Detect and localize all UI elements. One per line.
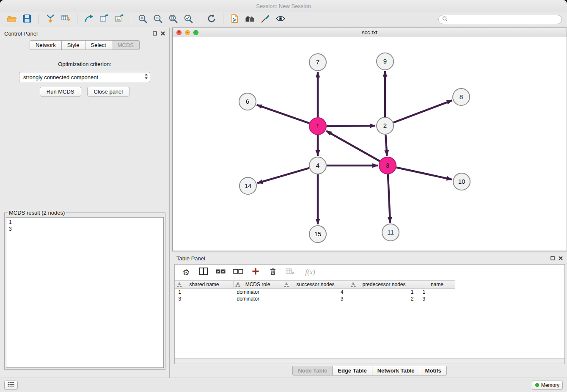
column-header-shared-name[interactable]: shared name [175,281,234,289]
graph-edge-3-1[interactable] [326,131,380,161]
import-table-button[interactable] [58,13,73,26]
unchecked-boxes-icon [233,268,243,276]
import-network-icon [45,14,55,25]
table-cell[interactable]: 1 [175,289,234,295]
zoom-selected-button[interactable] [181,13,196,26]
graph-node-9[interactable]: 9 [377,53,394,70]
export-image-button[interactable] [112,13,127,26]
memory-status-icon [535,383,539,387]
export-network-button[interactable] [81,13,96,26]
show-columns-button[interactable] [198,267,209,277]
graph-node-4[interactable]: 4 [309,157,326,174]
tab-motifs[interactable]: Motifs [420,366,447,375]
zoom-out-button[interactable] [150,13,165,26]
close-panel-icon[interactable] [559,255,563,262]
table-cell[interactable]: 2 [349,295,419,302]
unselect-all-columns-button[interactable] [233,267,243,277]
tab-select[interactable]: Select [85,40,112,50]
control-panel-header: Control Panel [0,28,169,39]
close-panel-button[interactable]: Close panel [87,87,130,97]
show-graphics-details-button[interactable] [273,13,288,26]
tab-style[interactable]: Style [61,40,85,50]
graph-edge-3-10[interactable] [396,168,452,180]
graph-edge-1-6[interactable] [257,105,310,124]
graph-edge-2-8[interactable] [394,100,452,123]
delete-column-button[interactable] [268,267,278,277]
node-table-body: 1dominator4113dominator323 [175,289,455,302]
open-session-button[interactable] [4,13,19,26]
table-cell[interactable]: 3 [175,295,234,302]
graph-node-2[interactable]: 2 [377,117,394,134]
first-neighbors-button[interactable] [242,13,258,26]
table-cell[interactable]: 4 [282,289,349,295]
search-icon [442,16,448,23]
table-cell[interactable]: dominator [234,295,282,302]
graph-edge-4-14[interactable] [257,168,309,183]
tab-mcds[interactable]: MCDS [112,40,140,50]
graph-node-8[interactable]: 8 [453,88,470,105]
network-file-button[interactable] [227,13,242,26]
brush-icon [260,14,270,25]
tab-network-table[interactable]: Network Table [372,366,420,375]
tab-edge-table[interactable]: Edge Table [332,366,372,375]
zoom-selected-icon [183,14,193,25]
network-graph-svg: 7968124314101511 [173,37,567,251]
network-window-titlebar[interactable]: scc.txt × − + [173,28,567,37]
table-row[interactable]: 3dominator323 [175,295,455,302]
graph-edge-3-11[interactable] [388,174,390,223]
run-mcds-button[interactable]: Run MCDS [40,87,81,97]
column-header-predecessor-nodes[interactable]: predecessor nodes [349,281,419,289]
mcds-result-box[interactable]: 13 [6,217,164,368]
graph-node-1[interactable]: 1 [309,118,326,135]
horizontal-scrollbar[interactable] [175,358,564,364]
graph-edge-1-2[interactable] [327,126,375,126]
select-all-columns-button[interactable] [216,267,226,277]
export-image-icon [114,14,124,25]
search-input[interactable] [450,17,558,22]
graph-node-label: 4 [316,162,319,169]
zoom-fit-button[interactable] [165,13,181,26]
graph-node-10[interactable]: 10 [453,173,470,190]
zoom-in-button[interactable] [135,13,150,26]
float-panel-icon[interactable] [550,255,555,262]
search-box[interactable] [438,15,562,24]
optimization-criterion-label: Optimization criterion: [0,61,169,67]
table-row[interactable]: 1dominator411 [175,289,455,295]
table-cell[interactable]: 1 [419,289,455,295]
zoom-fit-icon [168,14,178,25]
column-header-successor-nodes[interactable]: successor nodes [282,281,349,289]
graph-node-6[interactable]: 6 [239,93,256,110]
graph-node-14[interactable]: 14 [239,177,256,194]
create-column-button[interactable] [250,267,261,277]
graph-node-label: 8 [460,93,463,100]
graph-node-15[interactable]: 15 [309,226,326,243]
show-panels-button[interactable] [4,381,18,390]
apply-style-button[interactable] [258,13,273,26]
export-network-icon [84,14,94,25]
column-edit-icon [284,282,289,289]
graph-node-3[interactable]: 3 [379,157,396,174]
memory-button[interactable]: Memory [532,381,563,390]
column-header-mcds-role[interactable]: MCDS role [234,281,282,289]
column-header-name[interactable]: name [419,281,455,289]
float-panel-icon[interactable] [153,30,157,37]
table-cell[interactable]: 3 [282,295,349,302]
network-canvas[interactable]: 7968124314101511 [173,37,567,251]
graph-edge-2-3[interactable] [385,135,387,156]
save-session-button[interactable] [19,13,35,26]
import-network-button[interactable] [43,13,58,26]
graph-node-11[interactable]: 11 [382,224,399,241]
table-cell[interactable]: 1 [349,289,419,295]
table-settings-button[interactable]: ⚙ [181,267,191,277]
close-panel-icon[interactable] [161,30,165,37]
window-titlebar: Session: New Session [0,0,567,12]
tab-node-table[interactable]: Node Table [292,366,333,375]
graph-node-7[interactable]: 7 [309,54,326,71]
optimization-criterion-dropdown[interactable]: strongly connected component [19,72,150,82]
table-cell[interactable]: dominator [234,289,282,295]
refresh-layout-button[interactable] [204,13,219,26]
table-panel-header: Table Panel [172,253,567,263]
tab-network[interactable]: Network [30,40,62,50]
export-table-button[interactable] [96,13,112,26]
table-cell[interactable]: 3 [419,295,455,302]
